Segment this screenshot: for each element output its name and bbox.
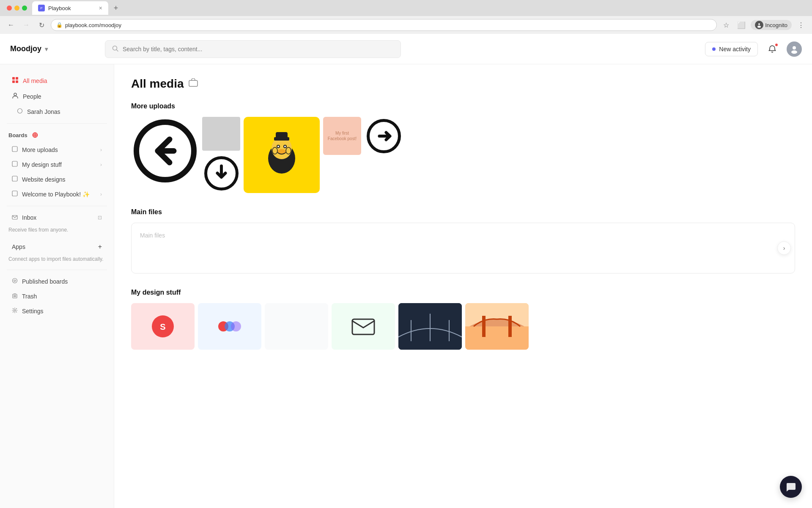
browser-nav: ← → ↻ 🔒 playbook.com/moodjoy ☆ ⬜ Incogni… (0, 16, 812, 34)
tab-close-btn[interactable]: × (99, 5, 102, 11)
svg-point-3 (758, 23, 760, 25)
window-controls (3, 6, 30, 11)
extensions-btn[interactable]: ⬜ (735, 19, 747, 31)
lock-icon: 🔒 (56, 22, 63, 28)
browser-tabs: P Playbook × + (0, 0, 812, 16)
forward-btn[interactable]: → (20, 19, 32, 31)
tab-favicon: P (38, 5, 45, 11)
address-bar[interactable]: 🔒 playbook.com/moodjoy (51, 19, 717, 31)
svg-point-4 (757, 26, 761, 28)
url-text: playbook.com/moodjoy (65, 22, 121, 28)
new-tab-btn[interactable]: + (110, 2, 122, 14)
reload-btn[interactable]: ↻ (36, 19, 47, 31)
minimize-dot[interactable] (14, 6, 19, 11)
tab-title: Playbook (48, 5, 71, 11)
svg-text:P: P (40, 6, 42, 10)
bookmark-btn[interactable]: ☆ (720, 19, 732, 31)
incognito-label: Incognito (765, 22, 787, 28)
maximize-dot[interactable] (22, 6, 27, 11)
back-btn[interactable]: ← (5, 19, 17, 31)
incognito-badge: Incognito (751, 20, 792, 30)
menu-btn[interactable]: ⋮ (795, 19, 807, 31)
browser-chrome: P Playbook × + ← → ↻ 🔒 playbook.com/mood… (0, 0, 812, 34)
nav-right-controls: ☆ ⬜ Incognito ⋮ (720, 19, 807, 31)
close-dot[interactable] (7, 6, 12, 11)
active-tab[interactable]: P Playbook × (32, 1, 108, 15)
incognito-icon (755, 21, 763, 29)
